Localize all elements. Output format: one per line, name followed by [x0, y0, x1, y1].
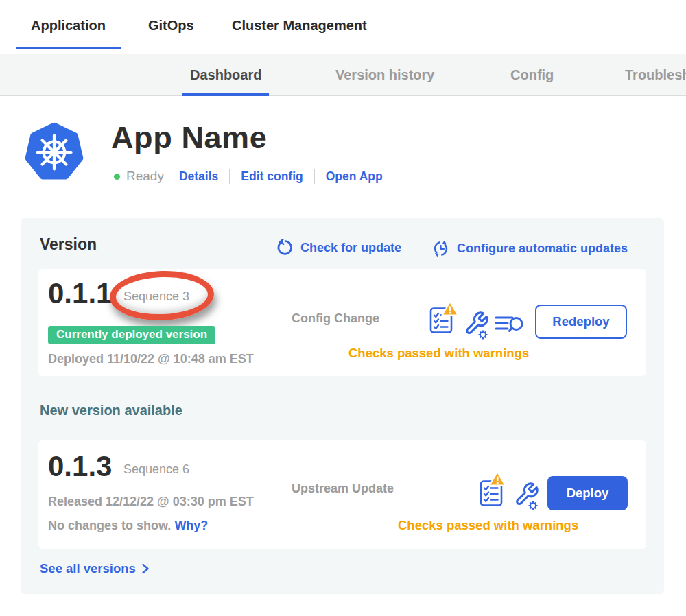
- tab-version-history[interactable]: Version history: [328, 54, 442, 96]
- available-version-card: 0.1.3 Sequence 6 Released 12/12/22 @ 03:…: [38, 440, 646, 549]
- deploy-button[interactable]: Deploy: [547, 476, 628, 510]
- kubernetes-logo-icon: [25, 121, 84, 183]
- version-source-label: Upstream Update: [292, 482, 394, 496]
- redeploy-button[interactable]: Redeploy: [535, 305, 627, 339]
- warning-triangle-icon: [488, 471, 506, 487]
- configure-auto-updates-link[interactable]: Configure automatic updates: [431, 239, 628, 259]
- status-dot-icon: [114, 174, 120, 180]
- current-version-number: 0.1.1: [48, 277, 112, 310]
- annotation-ellipse: [109, 269, 215, 322]
- warning-triangle-icon: [441, 300, 459, 317]
- config-wrench-icon[interactable]: [464, 311, 491, 341]
- nav-item-cluster-management[interactable]: Cluster Management: [217, 0, 382, 49]
- chevron-right-icon: [141, 563, 150, 574]
- nav-item-gitops[interactable]: GitOps: [133, 0, 209, 49]
- check-for-update-link[interactable]: Check for update: [276, 239, 401, 257]
- check-for-update-label: Check for update: [300, 241, 401, 255]
- preflight-checks-status: Checks passed with warnings: [348, 346, 529, 361]
- no-changes-label: No changes to show.: [48, 519, 171, 532]
- current-version-card: 0.1.1 Sequence 3 Currently deployed vers…: [38, 269, 646, 376]
- version-source-label: Config Change: [292, 311, 379, 326]
- refresh-icon: [276, 239, 294, 257]
- sub-nav: Dashboard Version history Config Trouble…: [0, 54, 686, 96]
- configure-auto-updates-label: Configure automatic updates: [457, 241, 628, 256]
- see-all-versions-link[interactable]: See all versions: [40, 561, 150, 576]
- divider: [229, 169, 230, 184]
- deployed-timestamp: Deployed 11/10/22 @ 10:48 am EST: [48, 352, 254, 366]
- version-section-title: Version: [40, 235, 97, 254]
- status-badge: Ready: [126, 169, 164, 184]
- released-timestamp: Released 12/12/22 @ 03:30 pm EST: [48, 495, 254, 509]
- why-link[interactable]: Why?: [174, 519, 208, 532]
- currently-deployed-badge: Currently deployed version: [48, 326, 215, 344]
- open-app-link[interactable]: Open App: [326, 169, 383, 184]
- page-title: App Name: [111, 120, 267, 156]
- preflight-checks-status: Checks passed with warnings: [398, 518, 578, 533]
- available-version-number: 0.1.3: [48, 450, 112, 483]
- version-section: Version Check for update Configure autom…: [21, 218, 664, 594]
- tab-dashboard[interactable]: Dashboard: [182, 54, 269, 96]
- divider: [314, 169, 315, 184]
- tab-troubleshoot[interactable]: Troubleshoot: [617, 54, 686, 96]
- new-version-heading: New version available: [40, 403, 182, 418]
- nav-item-application[interactable]: Application: [16, 0, 121, 49]
- no-changes-text: No changes to show. Why?: [48, 519, 208, 533]
- available-sequence: Sequence 6: [123, 462, 189, 477]
- app-status-row: Ready Details Edit config Open App: [114, 167, 383, 185]
- tab-config[interactable]: Config: [503, 54, 561, 96]
- auto-update-clock-icon: [431, 239, 451, 259]
- details-link[interactable]: Details: [179, 169, 218, 184]
- config-wrench-icon[interactable]: [514, 482, 541, 512]
- primary-nav: Application GitOps Cluster Management: [0, 0, 686, 54]
- view-files-icon[interactable]: [495, 314, 525, 335]
- see-all-versions-label: See all versions: [40, 561, 136, 576]
- edit-config-link[interactable]: Edit config: [241, 169, 303, 184]
